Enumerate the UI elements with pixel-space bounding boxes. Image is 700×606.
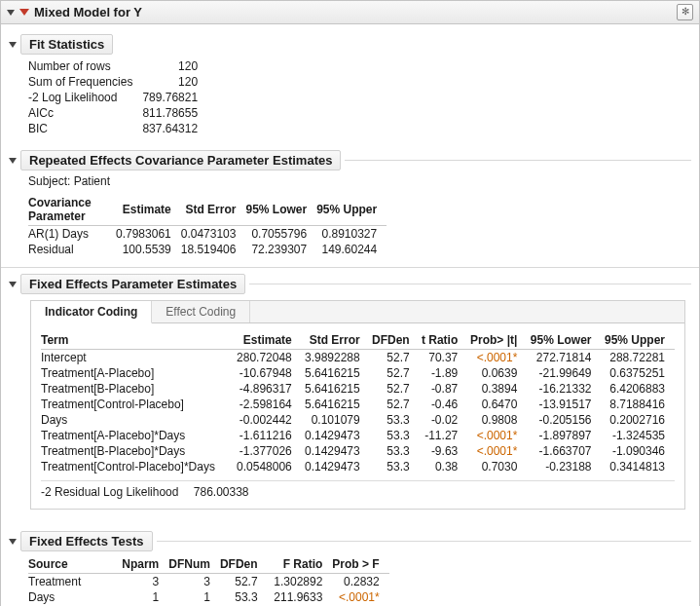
col-header: F Ratio bbox=[268, 555, 333, 574]
col-header: Prob> |t| bbox=[467, 331, 527, 350]
options-icon[interactable] bbox=[19, 9, 29, 16]
table-row: Days-0.0024420.10107953.3-0.020.9808-0.2… bbox=[41, 412, 675, 428]
section-title: Repeated Effects Covariance Parameter Es… bbox=[20, 150, 341, 170]
stat-label: Number of rows bbox=[28, 58, 142, 74]
table-row: Treatment[Control-Placebo]*Days0.0548006… bbox=[41, 459, 675, 474]
estimates-subpanel: Indicator Coding Effect Coding Term Esti… bbox=[30, 300, 685, 510]
fixed-effects-estimates-section: Fixed Effects Parameter Estimates Indica… bbox=[1, 274, 699, 521]
stat-value: 120 bbox=[142, 74, 207, 90]
col-header: Term bbox=[41, 331, 234, 350]
fixed-effects-table: Term Estimate Std Error DFDen t Ratio Pr… bbox=[41, 331, 675, 474]
residual-loglik: -2 Residual Log Likelihood 786.00338 bbox=[41, 480, 675, 499]
col-header: DFNum bbox=[168, 555, 220, 574]
table-row: AICc811.78655 bbox=[28, 105, 207, 121]
panel-title: Mixed Model for Y bbox=[34, 5, 142, 19]
col-header: 95% Lower bbox=[527, 331, 601, 350]
table-row: Treatment3352.71.3028920.2832 bbox=[28, 574, 389, 590]
col-header: Source bbox=[28, 555, 122, 574]
repeated-effects-section: Repeated Effects Covariance Parameter Es… bbox=[1, 140, 699, 261]
table-row: Sum of Frequencies120 bbox=[28, 74, 207, 90]
stat-label: AICc bbox=[28, 105, 142, 121]
collapse-icon[interactable] bbox=[9, 158, 17, 164]
fit-statistics-section: Fit Statistics Number of rows120 Sum of … bbox=[1, 24, 699, 140]
stat-value: 811.78655 bbox=[142, 105, 207, 121]
collapse-icon[interactable] bbox=[9, 539, 17, 545]
stat-label: BIC bbox=[28, 121, 142, 136]
table-row: Treatment[B-Placebo]*Days-1.3770260.1429… bbox=[41, 443, 675, 459]
col-header: Std Error bbox=[302, 331, 370, 350]
table-row: Treatment[A-Placebo]*Days-1.6112160.1429… bbox=[41, 428, 675, 443]
panel-header: Mixed Model for Y ✻ bbox=[1, 1, 699, 24]
table-row: Intercept280.720483.989228852.770.37<.00… bbox=[41, 350, 675, 366]
col-header: Covariance Parameter bbox=[28, 194, 116, 226]
fit-statistics-table: Number of rows120 Sum of Frequencies120 … bbox=[28, 58, 207, 136]
table-row: Residual 100.5539 18.519406 72.239307 14… bbox=[28, 242, 387, 257]
main-panel: Mixed Model for Y ✻ Fit Statistics Numbe… bbox=[0, 0, 700, 606]
tab-effect-coding[interactable]: Effect Coding bbox=[152, 301, 250, 322]
table-row: AR(1) Days 0.7983061 0.0473103 0.7055796… bbox=[28, 226, 387, 243]
col-header: Std Error bbox=[181, 194, 246, 226]
col-header: DFDen bbox=[370, 331, 420, 350]
section-title: Fixed Effects Tests bbox=[20, 531, 153, 551]
table-row: BIC837.64312 bbox=[28, 121, 207, 136]
col-header: 95% Lower bbox=[245, 194, 316, 226]
tab-indicator-coding[interactable]: Indicator Coding bbox=[31, 301, 152, 323]
section-title: Fixed Effects Parameter Estimates bbox=[20, 274, 245, 294]
stat-label: -2 Log Likelihood bbox=[28, 90, 142, 105]
table-row: Treatment[B-Placebo]-4.8963175.641621552… bbox=[41, 381, 675, 397]
gear-icon[interactable]: ✻ bbox=[677, 4, 693, 20]
table-row: Treatment[Control-Placebo]-2.5981645.641… bbox=[41, 397, 675, 412]
col-header: 95% Upper bbox=[602, 331, 675, 350]
table-row: Treatment[A-Placebo]-10.679485.641621552… bbox=[41, 365, 675, 381]
col-header: 95% Upper bbox=[316, 194, 387, 226]
col-header: Estimate bbox=[116, 194, 181, 226]
col-header: Nparm bbox=[122, 555, 168, 574]
fixed-effects-tests-section: Fixed Effects Tests Source Nparm DFNum D… bbox=[1, 521, 699, 606]
collapse-icon[interactable] bbox=[9, 42, 17, 48]
covariance-table: Covariance Parameter Estimate Std Error … bbox=[28, 194, 387, 257]
collapse-icon[interactable] bbox=[9, 282, 17, 287]
stat-value: 789.76821 bbox=[142, 90, 207, 105]
section-title: Fit Statistics bbox=[20, 34, 113, 55]
table-row: Number of rows120 bbox=[28, 58, 207, 74]
tests-table: Source Nparm DFNum DFDen F Ratio Prob > … bbox=[28, 555, 389, 606]
col-header: Prob > F bbox=[332, 555, 388, 574]
stat-label: Sum of Frequencies bbox=[28, 74, 142, 90]
stat-value: 837.64312 bbox=[142, 121, 207, 136]
subject-label: Subject: Patient bbox=[28, 174, 691, 188]
stat-value: 120 bbox=[142, 58, 207, 74]
collapse-icon[interactable] bbox=[7, 10, 15, 16]
col-header: DFDen bbox=[220, 555, 268, 574]
table-row: -2 Log Likelihood789.76821 bbox=[28, 90, 207, 105]
col-header: t Ratio bbox=[420, 331, 468, 350]
col-header: Estimate bbox=[234, 331, 302, 350]
table-row: Days1153.3211.9633<.0001* bbox=[28, 589, 389, 605]
coding-tabs: Indicator Coding Effect Coding bbox=[31, 301, 684, 323]
